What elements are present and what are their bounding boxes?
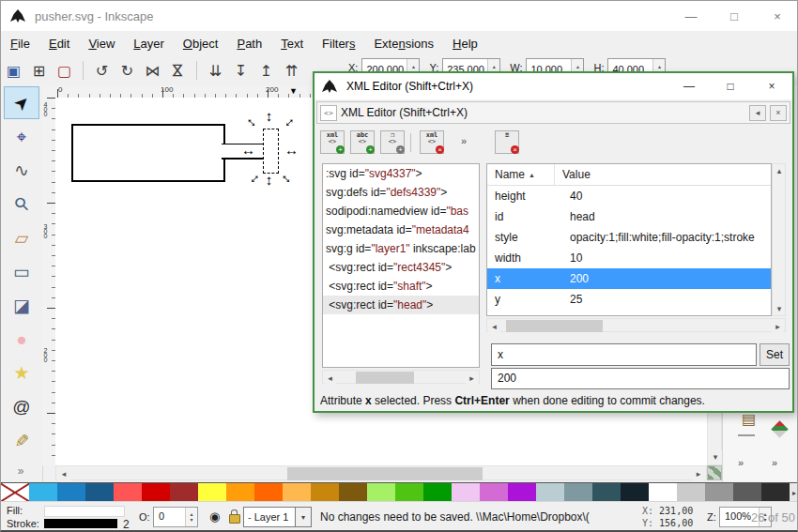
delete-attribute-button[interactable]: ≡×	[495, 130, 519, 154]
palette-swatch[interactable]	[85, 483, 114, 502]
vscroll-down-arrow[interactable]: ▾	[709, 450, 722, 464]
xml-editor-maximize-button[interactable]: □	[710, 74, 751, 99]
duplicate-node-button[interactable]: ❐<>+	[380, 130, 405, 154]
scale-handle-s[interactable]: ↔	[265, 175, 278, 189]
palette-swatch[interactable]	[114, 483, 142, 502]
palette-swatch[interactable]	[367, 483, 395, 502]
palette-swatch[interactable]	[592, 483, 621, 502]
attributes-header[interactable]: Name ▲ Value	[487, 164, 771, 186]
attribute-name-input[interactable]: x	[491, 343, 757, 366]
window-close-button[interactable]: ×	[756, 2, 798, 30]
tree-row[interactable]: sodipodi:namedview id="bas	[323, 202, 479, 220]
attr-hscroll-right[interactable]: ▸	[772, 320, 784, 332]
attributes-hscrollbar[interactable]: ◂ ▸	[486, 318, 786, 332]
scale-handle-n[interactable]: ↔	[265, 111, 278, 125]
color-managed-view-toggle[interactable]	[707, 465, 722, 480]
shape-rect-head-selected[interactable]	[263, 129, 279, 174]
menu-edit[interactable]: Edit	[39, 33, 79, 54]
palette-swatch[interactable]	[480, 483, 508, 502]
tree-row[interactable]: <svg:rect id="rect4345">	[323, 258, 479, 277]
attribute-row[interactable]: y25	[487, 289, 771, 310]
zoom-tool[interactable]: ⚲	[4, 188, 39, 220]
layer-selector[interactable]: - Layer 1	[243, 507, 296, 527]
select-all-button[interactable]: ▣	[2, 59, 25, 82]
palette-swatch[interactable]	[649, 483, 677, 502]
select-all-layers-button[interactable]: ⊞	[27, 59, 51, 82]
palette-swatch[interactable]	[142, 483, 170, 502]
palette-swatch[interactable]	[733, 483, 761, 502]
xml-editor-minimize-button[interactable]: —	[668, 74, 710, 99]
palette-swatch[interactable]	[198, 483, 226, 502]
xml-editor-dock-header[interactable]: <> XML Editor (Shift+Ctrl+X) ◂×	[316, 101, 790, 124]
set-button[interactable]: Set	[760, 343, 790, 366]
palette-swatch[interactable]	[226, 483, 254, 502]
palette-swatch[interactable]	[29, 483, 57, 502]
tree-row[interactable]: svg:metadata id="metadata4	[323, 220, 479, 239]
dock-expand-chevron[interactable]: »	[772, 457, 777, 468]
selector-tool[interactable]: ➤	[4, 86, 39, 119]
attribute-row[interactable]: height40	[487, 186, 771, 206]
star-tool[interactable]: ★	[4, 357, 39, 389]
palette-swatch[interactable]	[508, 483, 536, 502]
measure-tool[interactable]: ▱	[4, 221, 39, 254]
attribute-row[interactable]: styleopacity:1;fill:white;fill-opacity:1…	[487, 227, 771, 248]
attribute-row[interactable]: x200	[487, 268, 771, 289]
ellipse-tool[interactable]: ●	[4, 323, 39, 356]
attr-vscroll-up[interactable]: ▴	[774, 165, 785, 176]
scale-handle-se[interactable]: ↔	[278, 168, 298, 188]
window-maximize-button[interactable]: □	[713, 2, 756, 30]
opacity-value[interactable]: 0	[154, 508, 185, 526]
lower-one-step-button[interactable]: ↧	[229, 59, 253, 82]
menu-extensions[interactable]: Extensions	[364, 33, 443, 54]
attribute-row[interactable]: width10	[487, 248, 771, 268]
layer-visibility-eye-icon[interactable]: ◉	[209, 509, 220, 524]
palette-swatch[interactable]	[705, 483, 733, 502]
palette-swatch[interactable]	[395, 483, 423, 502]
xml-editor-close-button[interactable]: ×	[751, 74, 792, 99]
palette-scroll-arrow[interactable]: ▸	[790, 483, 798, 502]
xml-toolbar-overflow[interactable]: »	[461, 135, 467, 146]
layer-dropdown-button[interactable]: ▾	[295, 507, 312, 527]
hscroll-thumb[interactable]	[287, 467, 483, 480]
tree-row[interactable]: svg:g id="layer1" inkscape:lab	[323, 239, 479, 258]
shape-rect-body[interactable]	[71, 124, 225, 182]
tree-hscrollbar[interactable]: ◂ ▸	[322, 370, 480, 384]
scale-handle-sw[interactable]: ↔	[243, 168, 263, 188]
attribute-row[interactable]: idhead	[487, 206, 771, 227]
dock-state-button[interactable]: ◂	[749, 105, 766, 121]
raise-one-step-button[interactable]: ↥	[254, 59, 278, 82]
title-bar[interactable]: pusher.svg - Inkscape —□×	[1, 1, 798, 31]
lower-to-bottom-button[interactable]: ⇊	[204, 59, 227, 82]
deselect-button[interactable]: ▢	[53, 59, 76, 82]
menu-object[interactable]: Object	[174, 33, 228, 54]
vertical-ruler[interactable]: 400300200	[42, 98, 56, 465]
name-column-header[interactable]: Name ▲	[487, 164, 555, 185]
snap-icon[interactable]	[771, 420, 788, 437]
tweak-tool[interactable]: ∿	[4, 154, 39, 187]
menu-text[interactable]: Text	[271, 33, 313, 54]
tree-hscroll-thumb[interactable]	[356, 372, 414, 384]
tree-hscroll-left[interactable]: ◂	[324, 372, 336, 384]
palette-swatch-none[interactable]	[1, 483, 29, 502]
palette-swatch[interactable]	[283, 483, 311, 502]
node-tool[interactable]: ⌖	[4, 120, 39, 153]
rectangle-tool[interactable]: ▭	[4, 255, 39, 288]
flip-vertical-button[interactable]: ⋈	[167, 59, 190, 83]
xml-editor-title-bar[interactable]: XML Editor (Shift+Ctrl+X) —□×	[315, 73, 792, 99]
menu-view[interactable]: View	[79, 33, 124, 54]
opacity-spin-arrows[interactable]: ▴▾	[185, 508, 197, 526]
palette-swatch[interactable]	[311, 483, 339, 502]
palette-swatch[interactable]	[621, 483, 649, 502]
menu-path[interactable]: Path	[227, 33, 271, 54]
dock-close-button[interactable]: ×	[770, 105, 787, 121]
scale-handle-nw[interactable]: ↔	[243, 112, 263, 131]
attributes-vscrollbar[interactable]: ▴ ▾	[772, 163, 786, 316]
rotate-ccw-button[interactable]: ↺	[90, 59, 114, 82]
menu-help[interactable]: Help	[443, 33, 487, 54]
menu-filters[interactable]: Filters	[313, 33, 364, 54]
tree-row[interactable]: <svg:rect id="head">	[323, 296, 479, 314]
scale-handle-w[interactable]: ↔	[241, 144, 255, 157]
pencil-tool[interactable]: ✎	[4, 424, 39, 457]
menu-file[interactable]: File	[1, 33, 39, 54]
attr-hscroll-thumb[interactable]	[506, 320, 603, 332]
